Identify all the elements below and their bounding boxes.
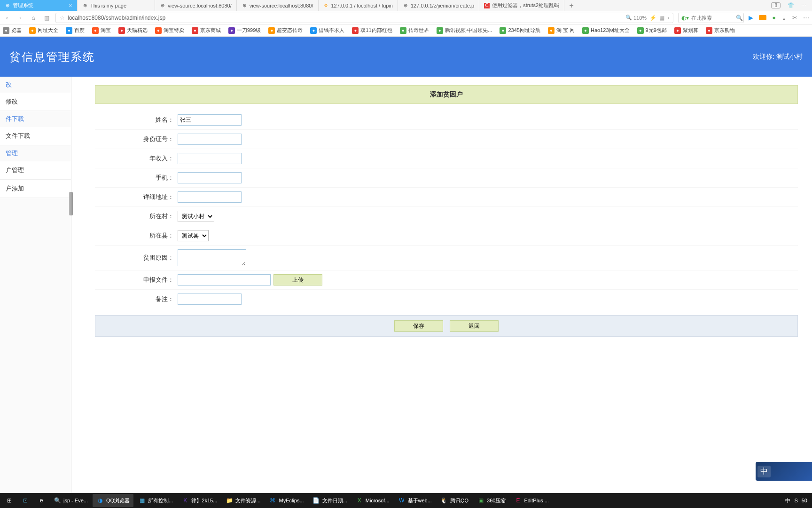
bookmark-item[interactable]: ●百度 [66, 27, 85, 34]
upload-button[interactable]: 上传 [273, 274, 322, 286]
sidebar-collapse-handle[interactable] [69, 192, 73, 215]
search-field[interactable]: ◐▾ 🔍 [678, 13, 744, 23]
bookmark-item[interactable]: ●淘 宝 网 [548, 27, 575, 34]
taskbar-app-icon: e [38, 497, 45, 504]
browser-tab-active[interactable]: ⊕ 管理系统 × [0, 0, 78, 11]
bookmark-item[interactable]: ●京东商城 [192, 27, 221, 34]
bookmark-item[interactable]: ●腾讯视频-中国领先... [437, 27, 492, 34]
more-icon[interactable]: ⋯ [801, 2, 806, 8]
qr-icon[interactable]: ▦ [659, 15, 664, 21]
sidebar-item[interactable]: 文件下载 [0, 127, 71, 145]
new-tab-button[interactable]: + [564, 0, 578, 11]
taskbar-item[interactable]: 📄文件日期... [309, 494, 351, 507]
bookmark-label: 京东商城 [200, 27, 221, 34]
bookmark-item[interactable]: ●天猫精选 [118, 27, 148, 34]
bookmark-item[interactable]: ●双11内部红包 [352, 27, 392, 34]
sidebar-group[interactable]: 件下载 [0, 111, 71, 127]
input-name[interactable] [178, 114, 242, 126]
taskbar-item[interactable]: EEditPlus ... [510, 494, 553, 507]
close-icon[interactable]: × [69, 2, 72, 9]
home-button[interactable]: ⌂ [29, 15, 38, 21]
back-button[interactable]: 返回 [450, 320, 499, 332]
bookmark-item[interactable]: ●超变态传奇 [268, 27, 303, 34]
save-button[interactable]: 保存 [394, 320, 443, 332]
taskbar-item[interactable]: 📁文件资源... [222, 494, 264, 507]
browser-tab[interactable]: ⚙ 127.0.0.1 / localhost / fupin [319, 0, 398, 11]
bookmark-item[interactable]: ●9元9包邮 [637, 27, 667, 34]
bookmark-label: 聚划算 [683, 27, 698, 34]
bookmark-item[interactable]: ●淘宝特卖 [155, 27, 184, 34]
form-row-village: 所在村： 测试小村 [95, 207, 798, 226]
taskbar-item[interactable]: K律】2k15... [178, 494, 221, 507]
bookmark-item[interactable]: ●一刀999级 [228, 27, 261, 34]
taskbar-item[interactable]: 🐧腾讯QQ [437, 494, 472, 507]
sidebar-group[interactable]: 改 [0, 77, 71, 93]
sidebar-group[interactable]: 管理 [0, 145, 71, 161]
browser-tab[interactable]: ⊕ view-source:localhost:8080/ [237, 0, 319, 11]
tray-icon[interactable]: 中 [785, 497, 790, 504]
welcome-text: 欢迎你: 测试小村 [753, 53, 803, 61]
ime-float-widget[interactable]: 中 [756, 462, 812, 481]
bookmark-item[interactable]: ●览器 [3, 27, 22, 34]
form-row-county: 所在县： 测试县 [95, 226, 798, 246]
input-phone[interactable] [178, 172, 242, 183]
search-icon[interactable]: 🔍 [736, 15, 743, 21]
taskbar-item[interactable]: ⊡ [18, 494, 33, 507]
cut-icon[interactable]: ✂ [792, 14, 797, 21]
taskbar-item[interactable]: ⌘MyEclips... [265, 494, 307, 507]
textarea-reason[interactable] [178, 249, 246, 266]
bookmark-item[interactable]: ●借钱不求人 [310, 27, 344, 34]
taskbar-item[interactable]: e [34, 494, 49, 507]
globe-icon: ⊕ [82, 3, 88, 8]
browser-tab[interactable]: C 使用过滤器，struts2处理乱码 [479, 0, 564, 11]
taskbar-item[interactable]: ⊞ [2, 494, 17, 507]
browser-tab[interactable]: ⊕ view-source:localhost:8080/ [155, 0, 237, 11]
url-field[interactable]: ☆ localhost:8080/sshweb/admin/index.jsp … [55, 13, 673, 23]
wechat-icon[interactable]: ● [772, 14, 776, 21]
input-income[interactable] [178, 153, 242, 164]
tray-icon[interactable]: S [794, 498, 797, 503]
sidebar-item[interactable]: 修改 [0, 93, 71, 111]
reader-button[interactable]: ▥ [42, 15, 51, 21]
input-idcard[interactable] [178, 134, 242, 145]
forward-button[interactable]: › [16, 15, 24, 21]
tab-count-badge[interactable]: 8 [771, 2, 781, 8]
more-icon[interactable]: ⋯ [803, 14, 809, 21]
sidebar-item[interactable]: 户添加 [0, 180, 71, 198]
taskbar-item[interactable]: ▣360压缩 [473, 494, 509, 507]
taskbar-item[interactable]: ▦所有控制... [134, 494, 177, 507]
taskbar-item[interactable]: ◑QQ浏览器 [93, 494, 133, 507]
browser-tab[interactable]: ⊕ 127.0.0.1/z/jiemian/create.p [398, 0, 479, 11]
input-remark[interactable] [178, 294, 242, 305]
taskbar-item[interactable]: 🔍jsp - Eve... [50, 494, 92, 507]
back-button[interactable]: ‹ [3, 15, 11, 21]
bookmark-item[interactable]: ●Hao123网址大全 [582, 27, 630, 34]
taskbar-item[interactable]: W基于web... [394, 494, 436, 507]
flash-icon[interactable]: ⚡ [649, 15, 656, 21]
bookmark-item[interactable]: ●聚划算 [674, 27, 698, 34]
arrow-right-icon[interactable]: › [667, 15, 669, 21]
browser-tab[interactable]: ⊕ This is my page [78, 0, 155, 11]
star-icon[interactable]: ☆ [60, 15, 65, 21]
bookmark-item[interactable]: ●2345网址导航 [500, 27, 540, 34]
input-file[interactable] [178, 274, 271, 286]
select-county[interactable]: 测试县 [178, 230, 209, 241]
wardrobe-icon[interactable]: 👕 [788, 2, 794, 8]
search-input[interactable] [691, 15, 734, 21]
input-address[interactable] [178, 191, 242, 203]
bookmark-item[interactable]: ●京东购物 [706, 27, 735, 34]
video-icon[interactable] [759, 15, 766, 20]
bookmark-item[interactable]: ●传奇世界 [400, 27, 429, 34]
label-name: 姓名： [95, 116, 178, 124]
tab-label: view-source:localhost:8080/ [168, 3, 232, 8]
play-icon[interactable]: ▶ [749, 14, 753, 21]
search-engine-icon[interactable]: ◐▾ [681, 15, 689, 21]
taskbar-item[interactable]: XMicrosof... [352, 494, 393, 507]
bookmark-item[interactable]: ●淘宝 [92, 27, 111, 34]
select-village[interactable]: 测试小村 [178, 211, 214, 222]
sidebar-item[interactable]: 户管理 [0, 161, 71, 180]
download-icon[interactable]: ⤓ [781, 14, 787, 21]
tray-icon[interactable]: 50 [802, 498, 807, 503]
bookmark-item[interactable]: ●网址大全 [29, 27, 58, 34]
zoom-indicator[interactable]: 🔍 110% [625, 15, 647, 21]
